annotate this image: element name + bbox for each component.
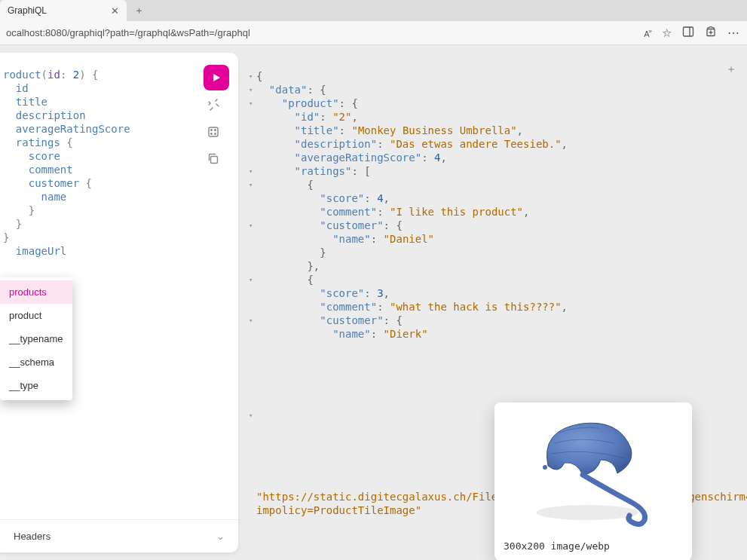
autocomplete-item[interactable]: __schema <box>0 350 72 374</box>
autocomplete-popup: productsproduct__typename__schema__type <box>0 277 72 400</box>
autocomplete-item[interactable]: product <box>0 304 72 327</box>
sidebar-icon[interactable] <box>682 26 694 40</box>
browser-tab[interactable]: GraphiQL ✕ <box>0 0 127 21</box>
new-tab-button[interactable]: ＋ <box>130 4 148 17</box>
autocomplete-item[interactable]: products <box>0 280 72 304</box>
tab-title: GraphiQL <box>8 5 47 16</box>
add-tab-button[interactable]: ＋ <box>726 62 736 75</box>
svg-point-12 <box>543 465 547 470</box>
overflow-icon[interactable]: ⋯ <box>727 26 739 40</box>
query-editor-panel: roduct(id: 2) { id title description ave… <box>0 53 238 552</box>
response-panel: ＋ ▾▾▾▾▾▾▾▾▾ { "data": { "product": { "id… <box>238 45 747 560</box>
chevron-down-icon: ⌄ <box>216 531 225 542</box>
read-aloud-icon[interactable]: A» <box>644 28 651 38</box>
url-input[interactable]: ocalhost:8080/graphiql?path=/graphql&wsP… <box>5 24 638 41</box>
headers-label: Headers <box>14 531 51 542</box>
query-editor[interactable]: roduct(id: 2) { id title description ave… <box>0 68 238 519</box>
browser-chrome: GraphiQL ✕ ＋ ocalhost:8080/graphiql?path… <box>0 0 747 45</box>
image-preview-popover: 300x200 image/webp <box>494 402 692 560</box>
fold-gutter: ▾▾▾▾▾▾▾▾▾ <box>249 69 256 560</box>
autocomplete-item[interactable]: __typename <box>0 327 72 350</box>
tab-bar: GraphiQL ✕ ＋ <box>0 0 747 21</box>
star-icon[interactable]: ☆ <box>662 26 672 40</box>
address-bar: ocalhost:8080/graphiql?path=/graphql&wsP… <box>0 21 747 45</box>
preview-image <box>494 402 692 532</box>
headers-accordion[interactable]: Headers ⌄ <box>0 519 238 552</box>
svg-rect-0 <box>684 27 693 36</box>
autocomplete-item[interactable]: __type <box>0 374 72 397</box>
collections-icon[interactable] <box>705 26 717 40</box>
graphiql-app: roduct(id: 2) { id title description ave… <box>0 45 747 560</box>
browser-actions: A» ☆ ⋯ <box>644 26 742 40</box>
preview-caption: 300x200 image/webp <box>494 532 692 560</box>
svg-point-11 <box>536 505 638 520</box>
close-icon[interactable]: ✕ <box>111 5 119 17</box>
